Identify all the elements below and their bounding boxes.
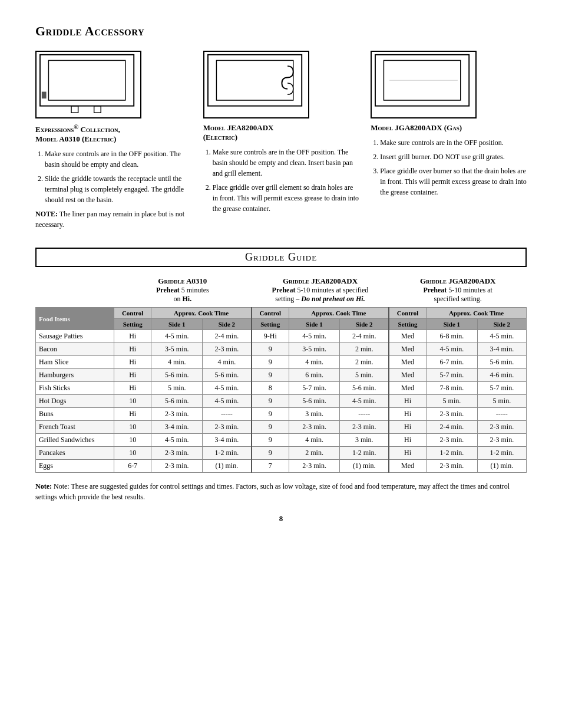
page-number: 8: [35, 514, 527, 523]
accessory-col-a0310: Expressions® Collection, Model A0310 (El…: [35, 51, 191, 230]
instructions-jea: Make sure controls are in the OFF positi…: [213, 147, 359, 214]
side1-header-jea: Side 1: [289, 319, 340, 330]
model-title-jga: Model JGA8200ADX (Gas): [371, 123, 527, 133]
griddle-jea-label: Griddle JEA8200ADX: [252, 276, 389, 286]
accessory-section: Expressions® Collection, Model A0310 (El…: [35, 51, 527, 230]
note-a0310: NOTE: The liner pan may remain in place …: [35, 209, 191, 230]
side1-header-a0310: Side 1: [151, 319, 203, 330]
page-title: Griddle Accessory: [35, 24, 527, 39]
cook-time-header-jea: Approx. Cook Time: [289, 308, 389, 319]
cook-time-header-a0310: Approx. Cook Time: [151, 308, 252, 319]
table-row: HamburgersHi5-6 min.5-6 min.96 min.5 min…: [36, 369, 527, 382]
guide-subheaders: Griddle A0310 Preheat 5 minuteson Hi. Gr…: [35, 276, 527, 307]
svg-rect-6: [216, 60, 293, 100]
svg-rect-2: [42, 92, 47, 99]
side2-header-a0310: Side 2: [203, 319, 252, 330]
table-row: Eggs6-72-3 min.(1) min.72-3 min.(1) min.…: [36, 460, 527, 473]
side1-header-jga: Side 1: [427, 319, 478, 330]
svg-rect-5: [208, 55, 302, 106]
table-row: Pancakes102-3 min.1-2 min.92 min.1-2 min…: [36, 447, 527, 460]
griddle-a0310-label: Griddle A0310: [114, 276, 252, 286]
griddle-image-a0310: [35, 51, 191, 118]
svg-rect-0: [40, 55, 134, 106]
setting-header-jga: Setting: [389, 319, 427, 330]
preheat-a0310: Preheat 5 minuteson Hi.: [114, 286, 252, 304]
preheat-jga: Preheat 5-10 minutes atspecified setting…: [389, 286, 527, 304]
table-row: French Toast103-4 min.2-3 min.92-3 min.2…: [36, 421, 527, 434]
control-header-a0310: Control: [114, 308, 151, 319]
svg-rect-3: [71, 106, 78, 113]
table-row: BaconHi3-5 min.2-3 min.93-5 min.2 min.Me…: [36, 343, 527, 356]
accessory-col-jea: Model JEA8200ADX (Electric) Make sure co…: [203, 51, 359, 230]
table-row: Fish SticksHi5 min.4-5 min.85-7 min.5-6 …: [36, 382, 527, 395]
table-row: Ham SliceHi4 min.4 min.94 min.2 min.Med6…: [36, 356, 527, 369]
griddle-image-jea: [203, 51, 359, 118]
food-items-header: Food Items: [36, 308, 114, 330]
control-header-jga: Control: [389, 308, 427, 319]
model-title-a0310: Expressions® Collection, Model A0310 (El…: [35, 123, 191, 144]
table-row: Sausage PattiesHi4-5 min.2-4 min.9-Hi4-5…: [36, 330, 527, 343]
guide-note: Note: Note: These are suggested guides f…: [35, 481, 527, 502]
guide-section: Griddle Guide Griddle A0310 Preheat 5 mi…: [35, 248, 527, 502]
preheat-jea: Preheat 5-10 minutes at specifiedsetting…: [252, 286, 389, 304]
guide-table: Food Items Control Approx. Cook Time Con…: [35, 307, 527, 473]
control-header-jea: Control: [252, 308, 289, 319]
table-row: Hot Dogs105-6 min.4-5 min.95-6 min.4-5 m…: [36, 395, 527, 408]
side2-header-jga: Side 2: [477, 319, 526, 330]
guide-title-box: Griddle Guide: [35, 248, 527, 267]
instructions-a0310: Make sure controls are in the OFF positi…: [45, 149, 191, 205]
svg-rect-4: [94, 106, 101, 113]
cook-time-header-jga: Approx. Cook Time: [427, 308, 527, 319]
table-row: BunsHi2-3 min.-----93 min.-----Hi2-3 min…: [36, 408, 527, 421]
setting-header-jea: Setting: [252, 319, 289, 330]
svg-rect-1: [48, 60, 125, 100]
setting-header-a0310: Setting: [114, 319, 151, 330]
table-row: Grilled Sandwiches104-5 min.3-4 min.94 m…: [36, 434, 527, 447]
griddle-jga-label: Griddle JGA8200ADX: [389, 276, 527, 286]
guide-title: Griddle Guide: [245, 251, 317, 263]
griddle-image-jga: [371, 51, 527, 118]
model-title-jea: Model JEA8200ADX (Electric): [203, 123, 359, 142]
table-header-row1: Food Items Control Approx. Cook Time Con…: [36, 308, 527, 319]
accessory-col-jga: Model JGA8200ADX (Gas) Make sure control…: [371, 51, 527, 230]
side2-header-jea: Side 2: [340, 319, 389, 330]
instructions-jga: Make sure controls are in the OFF positi…: [380, 137, 527, 197]
